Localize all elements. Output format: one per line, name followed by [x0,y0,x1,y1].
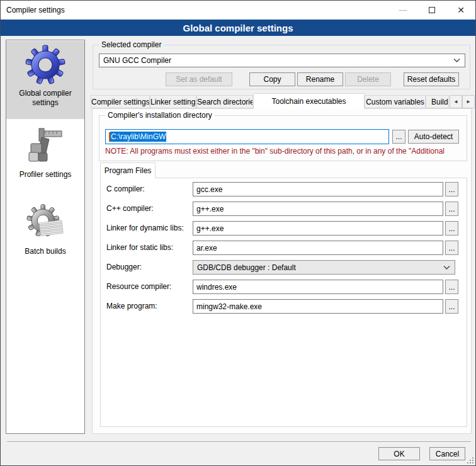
cancel-button[interactable]: Cancel [429,447,465,460]
sidebar-item-label: Global compiler settings [6,89,84,108]
delete-button: Delete [345,72,391,86]
sidebar-item-label: Profiler settings [6,170,84,179]
c-compiler-value: g++.exe [196,205,224,213]
c-compiler-value: gcc.exe [196,185,222,194]
tab-label: Custom variables [366,98,424,106]
close-icon: ✕ [457,5,465,15]
make-program-browse-button[interactable]: ... [445,299,458,314]
linker-for-static-libs-value: ar.exe [196,244,217,253]
sidebar-item-profiler-settings[interactable]: Profiler settings [6,122,84,191]
browse-directory-button[interactable]: ... [392,130,405,144]
ellipsis-icon: ... [448,205,455,213]
linker-for-static-libs-label: Linker for static libs: [106,243,173,252]
maximize-icon [429,7,435,13]
scroll-left-icon: ◄ [453,99,458,105]
subtab-label: Program Files [105,166,152,175]
installation-directory-value: C:\raylib\MinGW [110,132,166,142]
gray-gear-stack-icon [25,203,65,243]
tab-scroll-right-button[interactable]: ► [462,95,475,108]
c-compiler-label: C++ compiler: [106,204,154,213]
c-compiler-browse-button[interactable]: ... [445,182,458,196]
tab-label: Linker settings [150,98,196,106]
linker-for-dynamic-libs-browse-button[interactable]: ... [445,221,458,236]
ellipsis-icon: ... [448,224,455,233]
tab-label: Toolchain executables [271,97,346,106]
debugger-value: GDB/CDB debugger : Default [197,263,296,272]
dialog-banner: Global compiler settings [1,20,475,36]
caption-buttons: — ✕ [388,1,475,20]
ellipsis-icon: ... [448,185,455,194]
make-program-value: mingw32-make.exe [196,302,262,311]
resource-compiler-value: windres.exe [196,283,237,292]
resource-compiler-label: Resource compiler: [106,282,171,291]
tab-linker-settings[interactable]: Linker settings [150,95,196,108]
auto-detect-button[interactable]: Auto-detect [408,130,459,144]
resize-grip[interactable] [466,456,473,463]
ellipsis-icon: ... [448,302,455,311]
maximize-button[interactable] [417,1,446,20]
scroll-right-icon: ► [466,99,471,105]
tab-custom-variables[interactable]: Custom variables [365,95,426,108]
auto-detect-label: Auto-detect [414,132,453,141]
ellipsis-icon: ... [448,283,455,292]
cancel-label: Cancel [436,450,459,458]
set-as-default-button: Set as default [166,72,232,86]
debugger-label: Debugger: [106,263,142,271]
c-compiler-input[interactable]: gcc.exe [193,182,443,196]
blue-gear-icon [25,45,65,85]
tab-search-directories[interactable]: Search directories [196,95,253,108]
selected-compiler-group-label: Selected compiler [99,40,164,49]
window-title: Compiler settings [1,6,65,14]
installation-directory-input[interactable]: C:\raylib\MinGW [105,129,389,144]
linker-for-static-libs-browse-button[interactable]: ... [445,241,458,255]
subtab-program-files[interactable]: Program Files [100,162,156,178]
ok-button[interactable]: OK [378,447,420,460]
debugger-select[interactable]: GDB/CDB debugger : Default [193,260,455,275]
copy-button[interactable]: Copy [249,72,295,86]
settings-category-list: Global compiler settings Profiler settin… [6,40,85,434]
reset-defaults-button[interactable]: Reset defaults [404,72,459,86]
linker-for-dynamic-libs-value: g++.exe [196,224,224,233]
compiler-select[interactable]: GNU GCC Compiler [99,54,465,67]
c-compiler-browse-button[interactable]: ... [445,202,458,216]
minimize-icon: — [399,1,407,20]
bin-subdirectory-note: NOTE: All programs must exist either in … [105,147,462,156]
resource-compiler-input[interactable]: windres.exe [193,280,443,294]
minimize-button[interactable]: — [388,1,417,20]
resource-compiler-browse-button[interactable]: ... [445,280,458,294]
close-button[interactable]: ✕ [446,1,475,20]
banner-title: Global compiler settings [183,23,293,33]
sidebar-item-global-compiler-settings[interactable]: Global compiler settings [6,41,84,119]
linker-for-dynamic-libs-label: Linker for dynamic libs: [106,224,184,232]
chevron-down-icon [443,265,450,270]
ok-label: OK [394,450,404,458]
sidebar-item-label: Batch builds [6,247,84,256]
button-label: Set as default [176,75,222,84]
tab-scroll-left-button[interactable]: ◄ [450,95,462,108]
compiler-settings-dialog: Compiler settings — ✕ Global compiler se… [0,0,476,466]
linker-for-static-libs-input[interactable]: ar.exe [193,241,443,255]
installation-directory-group-label: Compiler's installation directory [105,111,215,120]
tab-label: Search directories [197,98,252,106]
chevron-down-icon [453,59,460,63]
linker-for-dynamic-libs-input[interactable]: g++.exe [193,221,443,236]
tab-label: Build options [431,98,448,106]
ellipsis-icon: ... [448,244,455,253]
button-label: Reset defaults [407,75,456,84]
tab-compiler-settings[interactable]: Compiler settings [91,95,150,108]
make-program-input[interactable]: mingw32-make.exe [193,299,443,314]
make-program-label: Make program: [106,302,157,310]
caliper-icon [25,126,65,166]
button-label: Delete [357,75,379,84]
tab-build-options[interactable]: Build options [426,95,449,108]
button-label: Copy [263,75,281,84]
compiler-select-value: GNU GCC Compiler [103,56,171,65]
c-compiler-label: C compiler: [106,185,145,193]
sidebar-item-batch-builds[interactable]: Batch builds [6,199,84,268]
footer-divider [7,441,471,443]
tab-toolchain-executables[interactable]: Toolchain executables [253,93,365,109]
tab-label: Compiler settings [91,98,149,106]
ellipsis-icon: ... [395,132,402,141]
rename-button[interactable]: Rename [297,72,343,86]
c-compiler-input[interactable]: g++.exe [193,202,443,216]
